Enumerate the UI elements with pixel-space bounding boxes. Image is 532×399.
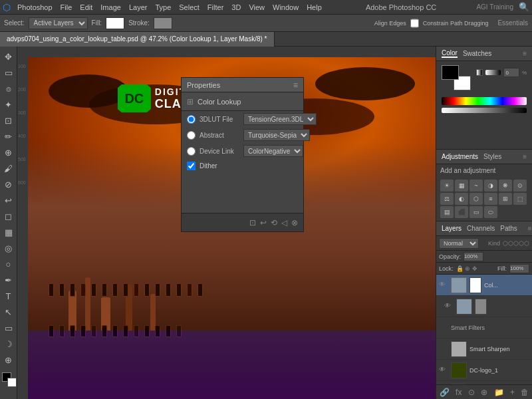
hand-tool[interactable]: ☽ — [1, 336, 16, 351]
adj-color-lookup-btn[interactable]: ⊞ — [499, 193, 512, 205]
layer-delete-btn[interactable]: 🗑 — [521, 388, 529, 397]
zoom-tool[interactable]: ⊕ — [1, 352, 16, 367]
menu-type[interactable]: Type — [151, 3, 175, 11]
fg-bg-swatches[interactable] — [442, 65, 471, 90]
device-link-select[interactable]: ColorNegative — [243, 145, 303, 157]
adj-gradient-map-btn[interactable]: ▭ — [469, 206, 483, 218]
adj-posterize-btn[interactable]: ▤ — [440, 206, 454, 218]
layer-item-color-lookup[interactable]: 👁 Col... — [436, 275, 532, 296]
channels-tab[interactable]: Channels — [467, 225, 495, 232]
fg-color-swatch[interactable] — [442, 65, 459, 80]
search-icon[interactable]: 🔍 — [519, 2, 529, 12]
panel-expand-icon[interactable]: ≡ — [293, 80, 298, 90]
shape-tool[interactable]: ▭ — [1, 321, 16, 335]
path-selection-tool[interactable]: ↖ — [1, 305, 16, 319]
adj-bw-btn[interactable]: ◐ — [455, 193, 468, 205]
adj-channel-mixer-btn[interactable]: ≡ — [484, 193, 497, 205]
adj-photo-filter-btn[interactable]: ⬡ — [469, 193, 483, 205]
color-panel-menu[interactable]: ≡ — [523, 50, 527, 57]
clone-tool[interactable]: ⊘ — [1, 177, 16, 192]
color-spectrum-bar[interactable] — [442, 97, 527, 105]
adjustments-tab[interactable]: Adjustments — [442, 153, 478, 160]
layer-add-btn[interactable]: + — [510, 388, 515, 397]
layers-menu[interactable]: ≡ — [528, 225, 532, 232]
fill-swatch[interactable] — [106, 17, 124, 29]
dither-checkbox[interactable] — [187, 162, 196, 170]
menu-window[interactable]: Window — [269, 3, 303, 11]
layer-link-btn[interactable]: 🔗 — [440, 388, 450, 397]
layer-item-dc-logo[interactable]: 👁 DC-logo_1 — [436, 360, 532, 381]
menu-filter[interactable]: Filter — [203, 3, 227, 11]
document-tab[interactable]: advps0704_using_a_color_lookup_table.psd… — [0, 32, 275, 47]
adj-brightness-btn[interactable]: ☀ — [440, 180, 454, 192]
brush-tool[interactable]: 🖌 — [1, 161, 16, 176]
abstract-select[interactable]: Turquoise-Sepia — [243, 129, 310, 141]
menu-3d[interactable]: 3D — [227, 3, 245, 11]
healing-tool[interactable]: ⊕ — [1, 145, 16, 160]
paths-tab[interactable]: Paths — [500, 225, 517, 232]
eyedropper-tool[interactable]: ✏ — [1, 129, 16, 144]
eraser-tool[interactable]: ◻ — [1, 209, 16, 223]
crop-tool[interactable]: ⊡ — [1, 113, 16, 128]
history-tool[interactable]: ↩ — [1, 193, 16, 207]
menu-image[interactable]: Image — [96, 3, 125, 11]
dodge-tool[interactable]: ○ — [1, 257, 16, 271]
layer-eye-1[interactable]: 👁 — [439, 281, 448, 290]
layer-group-btn[interactable]: 📁 — [494, 388, 504, 397]
align-edges-checkbox[interactable] — [410, 17, 419, 29]
panel-icon-1[interactable]: ⊡ — [249, 218, 256, 227]
menu-edit[interactable]: Edit — [76, 3, 96, 11]
layer-mask-btn[interactable]: ⊙ — [468, 388, 475, 397]
abstract-radio[interactable] — [187, 131, 196, 140]
blur-tool[interactable]: ◎ — [1, 241, 16, 255]
layer-fx-btn[interactable]: fx — [456, 388, 462, 397]
adj-hsl-btn[interactable]: ⊙ — [513, 180, 527, 192]
layer-item-smart-sharpen-1[interactable]: Smart Sharpen — [436, 338, 532, 360]
lut3d-select[interactable]: TensionGreen.3DL — [243, 113, 317, 125]
menu-select[interactable]: Select — [175, 3, 203, 11]
pen-tool[interactable]: ✒ — [1, 273, 16, 287]
swatches-tab[interactable]: Swatches — [463, 50, 491, 57]
adj-colorbalance-btn[interactable]: ⚖ — [440, 193, 454, 205]
adj-exposure-btn[interactable]: ◑ — [484, 180, 497, 192]
adj-invert-btn[interactable]: ⬚ — [513, 193, 527, 205]
lasso-tool[interactable]: ⌾ — [1, 81, 16, 96]
layer-item-smart-filters-1[interactable]: Smart Filters — [436, 317, 532, 338]
menu-help[interactable]: Help — [303, 3, 326, 11]
fg-bg-colors[interactable] — [2, 372, 17, 387]
stroke-swatch[interactable] — [154, 17, 172, 29]
blend-mode-select[interactable]: Normal — [439, 238, 479, 249]
menu-layer[interactable]: Layer — [125, 3, 152, 11]
panel-icon-3[interactable]: ⟲ — [271, 218, 277, 227]
menu-photoshop[interactable]: Photoshop — [13, 3, 57, 11]
styles-tab[interactable]: Styles — [483, 153, 501, 160]
device-link-radio[interactable] — [187, 147, 196, 156]
layer-eye-dc[interactable]: 👁 — [439, 366, 448, 375]
type-tool[interactable]: T — [1, 289, 16, 303]
panel-icon-2[interactable]: ↩ — [260, 218, 267, 227]
adj-selective-color-btn[interactable]: ⬭ — [484, 206, 497, 218]
adj-curves-btn[interactable]: ~ — [469, 180, 483, 192]
move-tool[interactable]: ✥ — [1, 49, 16, 64]
layer-adjustment-btn[interactable]: ⊕ — [481, 388, 487, 397]
fill-input[interactable] — [509, 264, 529, 273]
adj-vibrance-btn[interactable]: ❋ — [499, 180, 512, 192]
menu-view[interactable]: View — [245, 3, 269, 11]
adj-menu[interactable]: ≡ — [523, 153, 527, 160]
color-tab[interactable]: Color — [442, 49, 458, 58]
select-dropdown[interactable]: Active Layers — [29, 17, 88, 29]
menu-file[interactable]: File — [57, 3, 76, 11]
k-value-input[interactable] — [503, 68, 519, 77]
layers-tab[interactable]: Layers — [442, 225, 462, 232]
adj-threshold-btn[interactable]: ⬛ — [455, 206, 468, 218]
panel-icon-5[interactable]: ⊗ — [291, 218, 298, 227]
magic-wand-tool[interactable]: ✦ — [1, 97, 16, 112]
marquee-tool[interactable]: ▭ — [1, 65, 16, 80]
layer-eye-2[interactable]: 👁 — [444, 302, 454, 311]
panel-icon-4[interactable]: ◁ — [281, 218, 287, 227]
adj-levels-btn[interactable]: ▦ — [455, 180, 468, 192]
layer-item-sub[interactable]: 👁 — [436, 296, 532, 317]
opacity-input[interactable] — [464, 252, 483, 261]
gradient-tool[interactable]: ▦ — [1, 225, 16, 239]
lut3d-radio[interactable] — [187, 115, 196, 124]
